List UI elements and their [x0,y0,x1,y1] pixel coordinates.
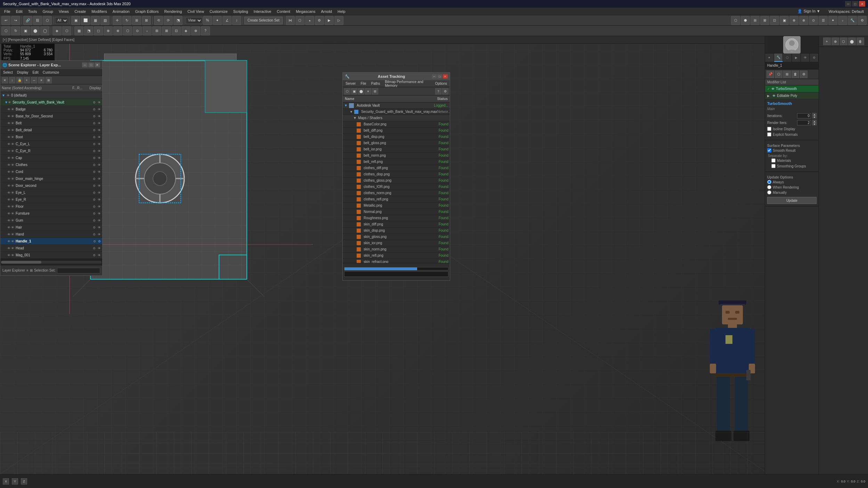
menu-create[interactable]: Create [72,8,89,15]
toolbar-icon-5[interactable]: ⊡ [770,16,779,25]
at-file-clothes-refl[interactable]: clothes_refl.png Found [343,196,450,202]
iterations-down[interactable]: ▼ [812,116,817,118]
toolbar-icon-10[interactable]: ☰ [819,16,828,25]
tb2-btn20[interactable]: ? [201,26,210,35]
list-item[interactable]: 👁 👁 Boot ⚙👁 [0,134,102,141]
at-file-skin-gloss[interactable]: skin_gloss.png Found [343,234,450,240]
menu-edit[interactable]: Edit [13,8,25,15]
list-item[interactable]: 👁 👁 C_Eye_R ⚙👁 [0,148,102,155]
manually-radio[interactable] [767,190,771,195]
selection-set-input[interactable] [57,268,100,273]
select-window-button[interactable]: ▦ [91,16,100,25]
toolbar-icon-8[interactable]: ⊗ [799,16,808,25]
toolbar-icon-13[interactable]: 🔧 [848,16,857,25]
list-item[interactable]: 👁 👁 Gum ⚙👁 [0,217,102,224]
at-search[interactable] [344,271,448,277]
toolbar-icon-12[interactable]: ⬦ [838,16,847,25]
tb2-subobj[interactable]: ◈ [52,26,62,35]
list-item[interactable]: 👁 👁 Head ⚙👁 [0,245,102,252]
tab-display[interactable]: 👁 [801,53,810,62]
at-file-skin-norm[interactable]: skin_norm.png Found [343,246,450,253]
at-file-skin-refl[interactable]: skin_refl.png Found [343,253,450,259]
at-file-clothes-norm[interactable]: clothes_norm.png Found [343,190,450,196]
iterations-input[interactable] [797,113,811,118]
select-region-button[interactable]: ⬜ [81,16,90,25]
minimize-button[interactable]: ─ [845,1,851,7]
menu-help[interactable]: Help [335,8,348,15]
menu-civil-view[interactable]: Civil View [185,8,206,15]
list-item[interactable]: 👁 👁 Hand ⚙👁 [0,231,102,238]
at-file-belt-ior[interactable]: belt_ior.png Found [343,146,450,152]
menu-rendering[interactable]: Rendering [162,8,185,15]
scale2-button[interactable]: ⊠ [142,16,151,25]
cmd-icon-5[interactable]: 🗑 [857,38,864,45]
at-file-skin-refract[interactable]: skin_refract.png Found [343,259,450,263]
at-maximize[interactable]: □ [437,74,442,78]
toolbar-icon-4[interactable]: ⊠ [760,16,769,25]
select-button[interactable]: ▣ [71,16,80,25]
mod-remove-btn[interactable]: 🗑 [792,71,799,78]
explorer-item-list[interactable]: ▼ 👁 0 (default) ▼ 👁 Security_Guard_with_… [0,92,102,259]
iterations-up[interactable]: ▲ [812,113,817,116]
at-settings[interactable]: ⚙ [442,88,448,94]
at-file-belt-refl[interactable]: belt_refl.png Found [343,159,450,165]
tb2-btn12[interactable]: ⬡ [123,26,132,35]
menu-graph-editors[interactable]: Graph Editors [132,8,162,15]
menu-arnold[interactable]: Arnold [318,8,335,15]
at-btn1[interactable]: ⬡ [344,88,350,94]
list-item[interactable]: 👁 👁 Eye_R ⚙👁 [0,196,102,203]
menu-modifiers[interactable]: Modifiers [89,8,110,15]
at-btn5[interactable]: ⊞ [372,88,378,94]
menu-animation[interactable]: Animation [110,8,132,15]
at-file-metallic[interactable]: Metallic.png Found [343,202,450,209]
schematic-button[interactable]: ⬡ [295,16,305,25]
render-iters-down[interactable]: ▼ [812,123,817,125]
tb2-btn14[interactable]: ⬦ [143,26,152,35]
at-file-normal[interactable]: Normal.png Found [343,209,450,215]
spinner-snap-button[interactable]: ↕ [232,16,241,25]
redo-button[interactable]: ↪ [11,16,20,25]
at-file-clothes-diff[interactable]: clothes_diff.png Found [343,165,450,171]
scene-explorer-close[interactable]: ✕ [95,63,100,67]
at-file-skin-diff[interactable]: skin_diff.png Found [343,221,450,228]
list-item[interactable]: 👁 👁 Floor ⚙👁 [0,203,102,210]
tb2-btn2[interactable]: ↻ [11,26,20,35]
at-file-clothes-gloss[interactable]: clothes_gloss.png Found [343,177,450,184]
explorer-scrollbar[interactable] [0,259,102,265]
cmd-icon-3[interactable]: ⬡ [840,38,847,45]
tab-hierarchy[interactable]: ⬡ [783,53,792,62]
isoline-checkbox[interactable] [767,127,771,131]
layer-icon[interactable]: ≡ [26,268,29,272]
se-menu-select[interactable]: Select [2,71,14,74]
tab-utilities[interactable]: ⚙ [810,53,819,62]
tb2-btn6[interactable]: ⬡ [62,26,71,35]
tb2-btn15[interactable]: ⊞ [152,26,161,35]
tb2-btn9[interactable]: ◻ [94,26,103,35]
tb2-btn10[interactable]: ⊕ [104,26,113,35]
menu-interactive[interactable]: Interactive [251,8,274,15]
list-item[interactable]: 👁 👁 C_Eye_L ⚙👁 [0,141,102,148]
mirror-button[interactable]: ⟳ [164,16,173,25]
at-file-belt-gloss[interactable]: belt_gloss.png Found [343,140,450,146]
tb2-btn5[interactable]: ◯ [40,26,49,35]
at-menu-bitmap[interactable]: Bitmap Performance and Memory [383,80,431,88]
tb2-btn1[interactable]: ⬡ [1,26,10,35]
undo-button[interactable]: ↩ [1,16,10,25]
at-file-item[interactable]: ▼ Security_Guard_with_Bank_Vault_max_vra… [343,109,450,115]
snap-button[interactable]: ✦ [213,16,222,25]
se-filter-btn[interactable]: ⊞ [46,77,52,83]
scale-button[interactable]: ⊞ [132,16,141,25]
menu-customize[interactable]: Customize [207,8,230,15]
smooth-result-checkbox[interactable] [767,148,771,152]
scene-explorer-minimize[interactable]: ─ [82,63,88,67]
at-file-clothes-ior[interactable]: clothes_IOR.png Found [343,184,450,190]
mod-configure-btn[interactable]: ⚙ [800,71,808,78]
at-file-clothes-disp[interactable]: clothes_disp.png Found [343,171,450,177]
se-menu-customize[interactable]: Customize [41,71,60,74]
toolbar-icon-3[interactable]: ⊞ [751,16,760,25]
tb2-btn8[interactable]: ⬔ [84,26,93,35]
unlink-button[interactable]: ⛓ [33,16,42,25]
modifier-editable-poly[interactable]: ▶ 👁 Editable Poly [765,92,819,99]
tb2-btn11[interactable]: ⊗ [113,26,122,35]
list-item[interactable]: 👁 👁 Door_second ⚙👁 [0,182,102,189]
